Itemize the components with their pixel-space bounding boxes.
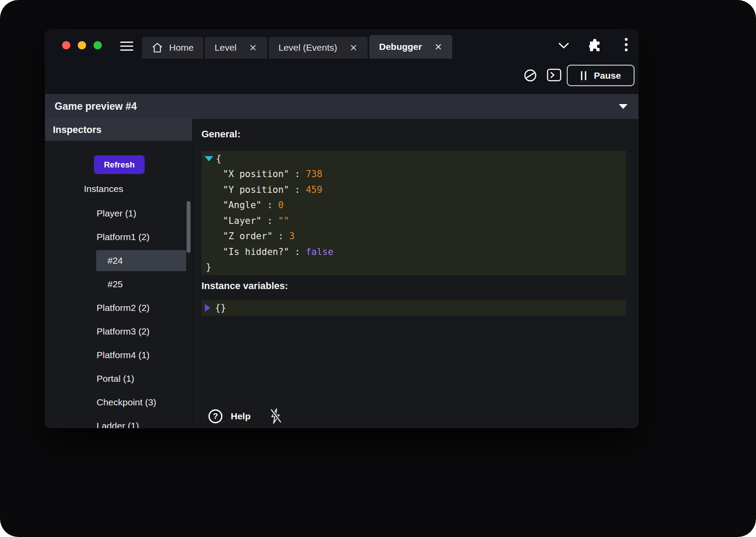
expand-arrow-icon[interactable] — [205, 304, 210, 312]
general-section-label: General: — [201, 129, 240, 140]
tree-item-label: Portal (1) — [97, 373, 134, 384]
instances-tree: Player (1) Platform1 (2) #24 #25 Platfor… — [45, 202, 192, 428]
json-separator: : — [289, 169, 306, 179]
tree-item-platform2[interactable]: Platform2 (2) — [45, 296, 192, 320]
json-separator: : — [273, 231, 289, 241]
tab-home[interactable]: Home — [142, 37, 203, 59]
debugger-window: Home Level Level (Events) Debugger — [45, 30, 638, 428]
extensions-puzzle-icon[interactable] — [588, 39, 601, 52]
json-value: 3 — [289, 231, 295, 241]
help-icon[interactable]: ? — [208, 409, 222, 423]
tab-label: Home — [169, 42, 194, 53]
pause-icon — [580, 71, 587, 80]
tree-item-platform4[interactable]: Platform4 (1) — [45, 343, 192, 367]
close-icon[interactable] — [249, 43, 257, 52]
tree-item-label: #25 — [108, 279, 123, 289]
json-key: "Angle" — [223, 200, 262, 210]
inspectors-header: Inspectors — [45, 119, 192, 141]
help-label: Help — [231, 411, 251, 422]
chevron-down-icon[interactable] — [558, 42, 569, 49]
json-value: 738 — [306, 169, 323, 179]
tree-item-player[interactable]: Player (1) — [45, 202, 192, 225]
close-brace: } — [206, 262, 212, 272]
inspector-detail-panel: General: { "X position" : 738 "Y positio… — [193, 119, 638, 428]
tab-label: Level — [215, 42, 236, 53]
inspectors-title: Inspectors — [53, 124, 101, 136]
dropdown-arrow-icon[interactable] — [618, 104, 628, 109]
json-row: "Layer" : "" — [201, 213, 626, 229]
window-close-button[interactable] — [62, 41, 70, 49]
help-row: ? Help — [208, 408, 282, 425]
tab-debugger[interactable]: Debugger — [369, 35, 452, 59]
sidebar-scrollbar-thumb[interactable] — [187, 201, 191, 253]
json-open-line: { — [201, 151, 626, 167]
json-row: "Angle" : 0 — [201, 198, 626, 213]
json-key: "Z order" — [223, 231, 273, 241]
window-zoom-button[interactable] — [94, 41, 102, 49]
close-icon[interactable] — [349, 43, 358, 52]
json-row: "X position" : 738 — [201, 167, 626, 182]
tree-item-label: Platform3 (2) — [97, 326, 149, 337]
close-icon[interactable] — [434, 42, 443, 51]
tree-item-checkpoint[interactable]: Checkpoint (3) — [45, 391, 192, 414]
pause-button-label: Pause — [594, 70, 621, 81]
tree-item-ladder[interactable]: Ladder (1) — [45, 414, 192, 428]
inspectors-sidebar: Inspectors Refresh Instances Player (1) … — [45, 119, 193, 428]
speed-limit-icon[interactable] — [523, 68, 538, 83]
pause-button[interactable]: Pause — [567, 65, 635, 86]
instances-root-label[interactable]: Instances — [84, 184, 123, 194]
tree-item-label: Platform2 (2) — [97, 303, 149, 313]
game-preview-header[interactable]: Game preview #4 — [45, 94, 638, 119]
instance-variables-viewer: {} — [201, 300, 626, 316]
tree-item-label: Checkpoint (3) — [97, 397, 156, 408]
json-key: "Y position" — [223, 185, 289, 195]
tab-bar: Home Level Level (Events) Debugger — [45, 30, 638, 59]
debugger-toolbar: Pause — [45, 59, 638, 94]
json-value: 459 — [306, 185, 323, 195]
tree-item-label: Platform4 (1) — [97, 350, 149, 360]
instance-variables-value: {} — [215, 303, 226, 313]
json-row: "Z order" : 3 — [201, 229, 626, 244]
json-value: false — [306, 247, 333, 257]
tab-level-events[interactable]: Level (Events) — [269, 37, 368, 59]
tab-label: Level (Events) — [278, 42, 337, 53]
tree-item-instance-24[interactable]: #24 — [45, 249, 192, 272]
hamburger-menu-icon[interactable] — [120, 42, 133, 51]
flash-off-icon[interactable] — [269, 408, 282, 425]
tree-item-label: #24 — [108, 255, 123, 266]
tree-item-label: Platform1 (2) — [97, 232, 149, 242]
refresh-button[interactable]: Refresh — [94, 155, 145, 174]
instance-variables-label: Instance variables: — [201, 280, 288, 292]
tab-strip: Home Level Level (Events) Debugger — [142, 35, 452, 59]
home-icon — [152, 42, 163, 53]
tab-label: Debugger — [379, 42, 422, 52]
open-brace: { — [216, 153, 222, 164]
general-json-viewer: { "X position" : 738 "Y position" : 459 … — [201, 151, 626, 275]
collapse-arrow-icon[interactable] — [205, 156, 213, 161]
json-separator: : — [289, 247, 306, 257]
json-key: "Is hidden?" — [223, 247, 289, 257]
json-close-line: } — [201, 260, 626, 275]
tab-level[interactable]: Level — [205, 37, 267, 59]
tree-item-label: Ladder (1) — [97, 421, 139, 428]
game-preview-title: Game preview #4 — [55, 101, 137, 112]
json-row: "Y position" : 459 — [201, 182, 626, 198]
json-row: "Is hidden?" : false — [201, 244, 626, 260]
json-separator: : — [289, 185, 306, 195]
json-separator: : — [262, 216, 278, 226]
json-key: "Layer" — [223, 216, 262, 226]
tree-item-label: Player (1) — [97, 208, 136, 219]
tree-item-platform3[interactable]: Platform3 (2) — [45, 320, 192, 343]
tree-item-portal[interactable]: Portal (1) — [45, 367, 192, 391]
tree-item-instance-25[interactable]: #25 — [45, 272, 192, 296]
json-key: "X position" — [223, 169, 289, 179]
kebab-menu-icon[interactable] — [624, 37, 628, 52]
tree-item-platform1[interactable]: Platform1 (2) — [45, 225, 192, 249]
window-minimize-button[interactable] — [78, 41, 86, 49]
json-value: "" — [278, 216, 289, 226]
debugger-content: Inspectors Refresh Instances Player (1) … — [45, 119, 638, 428]
console-icon[interactable] — [547, 68, 562, 82]
json-separator: : — [262, 200, 278, 210]
json-value: 0 — [278, 200, 284, 210]
